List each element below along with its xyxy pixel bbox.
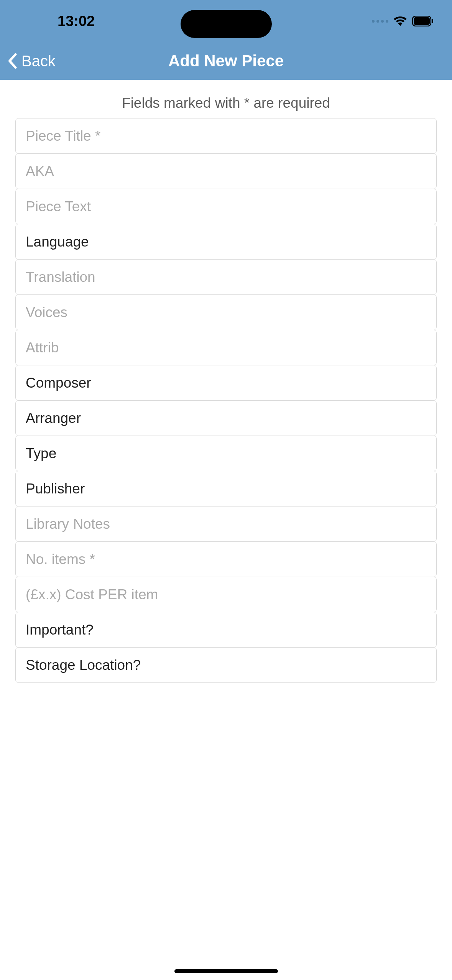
attrib-input[interactable]: Attrib <box>15 330 437 365</box>
cellular-dots-icon <box>372 20 388 23</box>
status-bar: 13:02 <box>0 0 452 42</box>
back-label: Back <box>21 53 56 70</box>
cost-per-item-input[interactable]: (£x.x) Cost PER item <box>15 577 437 612</box>
library-notes-input[interactable]: Library Notes <box>15 506 437 542</box>
nav-bar: Back Add New Piece <box>0 42 452 80</box>
page-title: Add New Piece <box>168 52 284 70</box>
important-selector[interactable]: Important? <box>15 612 437 648</box>
battery-icon <box>412 16 434 26</box>
svg-rect-2 <box>432 19 433 23</box>
required-hint: Fields marked with * are required <box>15 95 437 111</box>
type-selector[interactable]: Type <box>15 436 437 471</box>
composer-selector[interactable]: Composer <box>15 365 437 401</box>
no-items-input[interactable]: No. items * <box>15 541 437 577</box>
aka-input[interactable]: AKA <box>15 153 437 189</box>
svg-rect-1 <box>414 17 430 25</box>
piece-text-input[interactable]: Piece Text <box>15 189 437 224</box>
home-indicator[interactable] <box>174 969 278 973</box>
language-selector[interactable]: Language <box>15 224 437 260</box>
status-time: 13:02 <box>58 13 95 30</box>
piece-title-input[interactable]: Piece Title * <box>15 118 437 154</box>
translation-input[interactable]: Translation <box>15 259 437 295</box>
chevron-left-icon <box>8 53 17 69</box>
back-button[interactable]: Back <box>8 53 56 70</box>
arranger-selector[interactable]: Arranger <box>15 400 437 436</box>
status-right <box>372 16 434 26</box>
dynamic-island <box>181 10 272 38</box>
storage-location-selector[interactable]: Storage Location? <box>15 647 437 683</box>
voices-input[interactable]: Voices <box>15 294 437 330</box>
publisher-selector[interactable]: Publisher <box>15 471 437 506</box>
wifi-icon <box>394 16 407 26</box>
form-content: Fields marked with * are required Piece … <box>0 95 452 683</box>
